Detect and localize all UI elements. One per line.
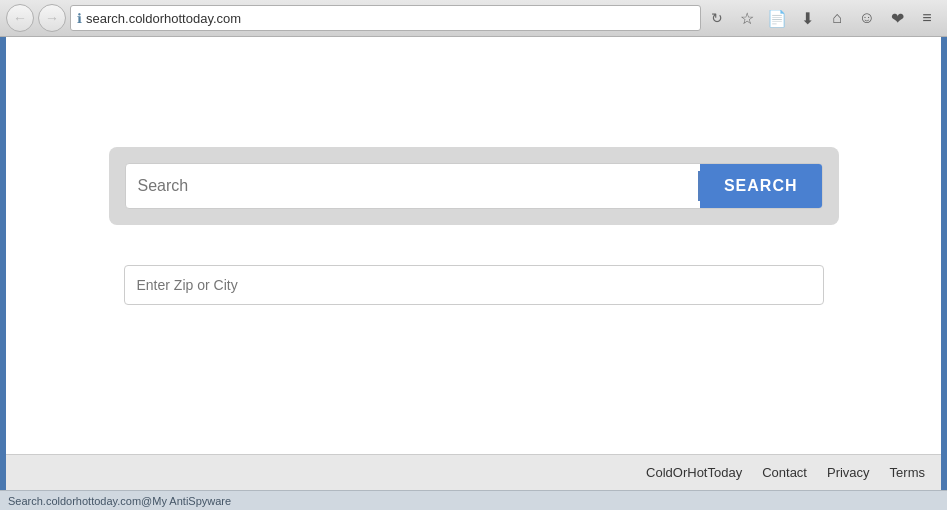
bookmark-icon: ☆	[740, 9, 754, 28]
footer-privacy-link[interactable]: Privacy	[827, 465, 870, 480]
footer-terms-link[interactable]: Terms	[890, 465, 925, 480]
refresh-icon: ↻	[711, 10, 723, 26]
search-box: SEARCH	[125, 163, 823, 209]
page-content: SEARCH	[6, 37, 941, 454]
menu-button[interactable]: ≡	[913, 4, 941, 32]
history-button[interactable]: 📄	[763, 4, 791, 32]
search-button[interactable]: SEARCH	[700, 164, 822, 208]
browser-chrome: ← → ℹ search.coldorhottoday.com ↻ ☆ 📄 ⬇	[0, 0, 947, 37]
refresh-button[interactable]: ↻	[705, 6, 729, 30]
status-bar: Search.coldorhottoday.com@My AntiSpyware	[0, 490, 947, 510]
browser-toolbar: ← → ℹ search.coldorhottoday.com ↻ ☆ 📄 ⬇	[0, 0, 947, 36]
info-icon: ℹ	[77, 11, 82, 26]
download-button[interactable]: ⬇	[793, 4, 821, 32]
footer-brand-link[interactable]: ColdOrHotToday	[646, 465, 742, 480]
browser-icons: ☆ 📄 ⬇ ⌂ ☺ ❤ ≡	[733, 4, 941, 32]
bookmark-button[interactable]: ☆	[733, 4, 761, 32]
search-input[interactable]	[126, 177, 698, 195]
footer: ColdOrHotToday Contact Privacy Terms	[6, 454, 941, 490]
address-bar[interactable]: ℹ search.coldorhottoday.com	[70, 5, 701, 31]
pocket-icon: ❤	[891, 9, 904, 28]
download-icon: ⬇	[801, 9, 814, 28]
zip-city-input[interactable]	[124, 265, 824, 305]
menu-icon: ≡	[922, 9, 931, 27]
main-content: SEARCH ColdOrHotToday Contact Privacy Te…	[0, 37, 947, 490]
back-button[interactable]: ←	[6, 4, 34, 32]
back-icon: ←	[13, 10, 27, 26]
search-container: SEARCH	[109, 147, 839, 225]
history-icon: 📄	[767, 9, 787, 28]
forward-icon: →	[45, 10, 59, 26]
home-icon: ⌂	[832, 9, 842, 27]
home-button[interactable]: ⌂	[823, 4, 851, 32]
pocket-button[interactable]: ❤	[883, 4, 911, 32]
status-text: Search.coldorhottoday.com@My AntiSpyware	[8, 495, 231, 507]
forward-button[interactable]: →	[38, 4, 66, 32]
face-button[interactable]: ☺	[853, 4, 881, 32]
face-icon: ☺	[859, 9, 875, 27]
footer-contact-link[interactable]: Contact	[762, 465, 807, 480]
zip-input-container	[124, 265, 824, 305]
url-text: search.coldorhottoday.com	[86, 11, 694, 26]
